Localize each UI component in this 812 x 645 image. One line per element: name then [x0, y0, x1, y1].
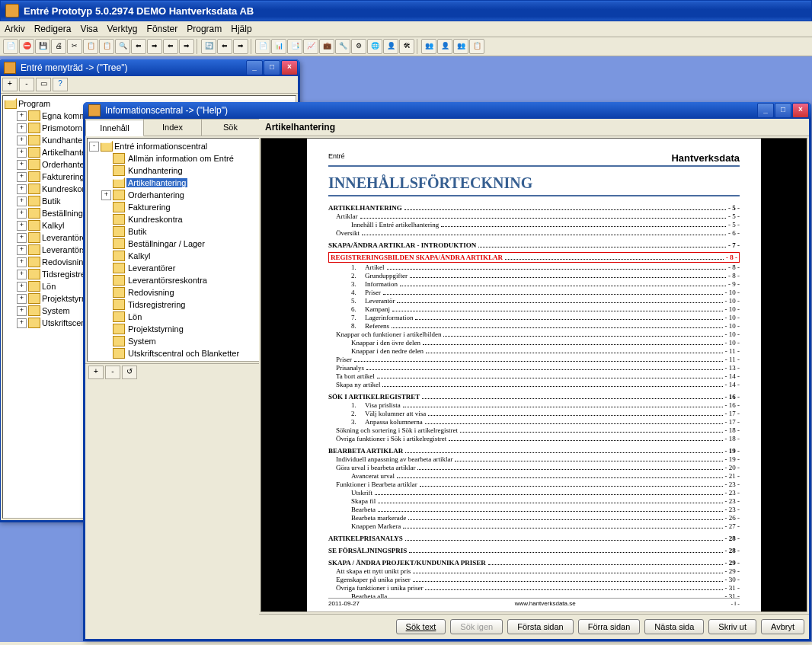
toc-entry[interactable]: Övriga funktioner i unika priser- 31 -	[328, 584, 740, 592]
help-bottom-button[interactable]: -	[105, 366, 120, 379]
nav-item[interactable]: Fakturering	[101, 201, 261, 213]
maximize-button[interactable]: □	[264, 60, 280, 75]
close-button[interactable]: ×	[792, 103, 809, 118]
help-bottom-button[interactable]: ↺	[122, 366, 137, 379]
prev-page-button[interactable]: Förra sidan	[578, 619, 641, 634]
toc-entry[interactable]: Priser- 11 -	[328, 356, 740, 363]
menu-visa[interactable]: Visa	[80, 24, 98, 34]
toc-entry[interactable]: 4.Priser- 10 -	[328, 289, 740, 296]
nav-item[interactable]: Kundhantering	[101, 164, 261, 177]
nav-item[interactable]: Redovisning	[101, 286, 261, 299]
toolbar-button[interactable]: ✂	[67, 39, 82, 54]
toolbar-button[interactable]: ⬅	[131, 39, 146, 54]
expand-all-button[interactable]: +	[2, 78, 18, 91]
toc-entry[interactable]: Avancerat urval- 21 -	[328, 472, 740, 480]
toc-entry[interactable]: Att skapa ett nytt unikt pris- 29 -	[328, 567, 740, 575]
toolbar-button[interactable]: 🛠	[399, 39, 414, 54]
toc-entry[interactable]: BEARBETA ARTIKLAR- 19 -	[328, 447, 740, 455]
search-text-button[interactable]: Sök text	[396, 619, 446, 634]
toc-entry[interactable]: Bearbeta- 23 -	[328, 506, 740, 513]
menu-hjälp[interactable]: Hjälp	[231, 24, 251, 34]
toc-entry[interactable]: 8.Referens- 10 -	[328, 322, 740, 330]
toc-entry[interactable]: Sökning och sortering i Sök i artikelreg…	[328, 426, 740, 434]
toc-entry[interactable]: Göra urval i bearbeta artiklar- 20 -	[328, 464, 740, 471]
toolbar-button[interactable]: 🖨	[51, 39, 66, 54]
toc-entry[interactable]: 1.Visa prislista- 16 -	[328, 401, 740, 409]
toc-entry[interactable]: Individuell anpassning av bearbeta artik…	[328, 455, 740, 463]
toc-entry[interactable]: Skapa fil- 23 -	[328, 497, 740, 505]
toolbar-button[interactable]: 📊	[271, 39, 286, 54]
toc-entry[interactable]: 3.Anpassa kolumnerna- 17 -	[328, 418, 740, 426]
toolbar-button[interactable]: ➡	[233, 39, 248, 54]
cancel-button[interactable]: Avbryt	[761, 619, 804, 634]
toc-entry[interactable]: Artiklar- 5 -	[328, 212, 740, 220]
toc-entry[interactable]: Översikt- 6 -	[328, 229, 740, 237]
help-tab-innehåll[interactable]: Innehåll	[85, 120, 144, 136]
toc-entry[interactable]: 5.Leverantör- 10 -	[328, 297, 740, 305]
nav-item[interactable]: Butik	[101, 225, 261, 238]
toc-entry[interactable]: 2.Grunduppgifter- 8 -	[328, 272, 740, 279]
toolbar-button[interactable]: 👤	[437, 39, 452, 54]
menu-program[interactable]: Program	[187, 24, 222, 34]
toolbar-button[interactable]: 🌐	[367, 39, 382, 54]
toc-entry[interactable]: REGISTRERINGSBILDEN SKAPA/ÄNDRA ARTIKLAR…	[328, 252, 740, 263]
toolbar-button[interactable]: 💼	[319, 39, 334, 54]
nav-item[interactable]: Leverantörsreskontra	[101, 274, 261, 286]
toc-entry[interactable]: SÖK I ARTIKELREGISTRET- 16 -	[328, 393, 740, 401]
toolbar-button[interactable]: ➡	[147, 39, 162, 54]
minimize-button[interactable]: _	[757, 103, 774, 118]
nav-item[interactable]: Lön	[101, 311, 261, 323]
toolbar-button[interactable]: 📑	[287, 39, 302, 54]
toolbar-button[interactable]: 📋	[83, 39, 98, 54]
help-tab-sök[interactable]: Sök	[201, 119, 260, 136]
toolbar-button[interactable]: 📋	[99, 39, 114, 54]
toc-entry[interactable]: Knappar och funktioner i artikelbilden- …	[328, 330, 740, 338]
toc-entry[interactable]: Knappen Markera- 27 -	[328, 522, 740, 530]
close-button[interactable]: ×	[281, 60, 298, 75]
toolbar-button[interactable]: ➡	[179, 39, 194, 54]
toolbar-button[interactable]: ⬅	[163, 39, 178, 54]
toc-entry[interactable]: 2.Välj kolumner att visa- 17 -	[328, 410, 740, 417]
toolbar-button[interactable]: ⚙	[351, 39, 366, 54]
toc-entry[interactable]: Egenskaper på unika priser- 30 -	[328, 576, 740, 583]
nav-item[interactable]: Leverantörer	[101, 262, 261, 274]
toc-entry[interactable]: 6.Kampanj- 10 -	[328, 305, 740, 313]
toc-entry[interactable]: SKAPA/ÄNDRA ARTIKLAR - INTRODUKTION- 7 -	[328, 241, 740, 249]
nav-item[interactable]: Artikelhantering	[101, 177, 261, 189]
toolbar-button[interactable]: 📋	[469, 39, 484, 54]
menu-verktyg[interactable]: Verktyg	[107, 24, 138, 34]
tree-titlebar[interactable]: Entré menyträd -> ("Tree") _ □ ×	[0, 59, 300, 76]
menu-fönster[interactable]: Fönster	[147, 24, 178, 34]
toc-entry[interactable]: Knappar i den övre delen- 10 -	[328, 339, 740, 346]
toolbar-button[interactable]: ⬅	[217, 39, 232, 54]
help-nav-tree[interactable]: -Entré informationscentralAllmän informa…	[87, 138, 264, 362]
next-page-button[interactable]: Nästa sida	[644, 619, 704, 634]
nav-item[interactable]: System	[101, 335, 261, 347]
toc-entry[interactable]: Knappar i den nedre delen- 11 -	[328, 347, 740, 355]
nav-item[interactable]: Projektstyrning	[101, 323, 261, 335]
nav-item[interactable]: Kalkyl	[101, 250, 261, 262]
toolbar-button[interactable]: 📈	[303, 39, 318, 54]
toolbar-button[interactable]: 👤	[383, 39, 398, 54]
menu-redigera[interactable]: Redigera	[34, 24, 72, 34]
toc-entry[interactable]: 3.Information- 9 -	[328, 280, 740, 288]
toolbar-button[interactable]: 📄	[255, 39, 270, 54]
nav-item[interactable]: Allmän information om Entré	[101, 152, 261, 164]
toc-entry[interactable]: Funktioner i Bearbeta artiklar- 23 -	[328, 481, 740, 488]
toc-entry[interactable]: Utskrift- 23 -	[328, 489, 740, 497]
toc-entry[interactable]: SKAPA / ÄNDRA PROJEKT/KUNDUNIKA PRISER- …	[328, 559, 740, 567]
nav-item[interactable]: Beställningar / Lager	[101, 238, 261, 250]
document-viewer[interactable]: Entré Hantverksdata INNEHÅLLSFÖRTECKNING…	[261, 138, 807, 612]
help-tab-index[interactable]: Index	[143, 119, 202, 136]
toc-entry[interactable]: Övriga funktioner i Sök i artikelregistr…	[328, 435, 740, 442]
menu-arkiv[interactable]: Arkiv	[5, 24, 25, 34]
minimize-button[interactable]: _	[246, 60, 263, 75]
toolbar-button[interactable]: 📄	[3, 39, 18, 54]
toc-entry[interactable]: 7.Lagerinformation- 10 -	[328, 314, 740, 321]
maximize-button[interactable]: □	[775, 103, 791, 118]
toc-entry[interactable]: SE FÖRSÄLJNINGSPRIS- 28 -	[328, 547, 740, 554]
toc-entry[interactable]: Skapa ny artikel- 14 -	[328, 381, 740, 388]
toc-entry[interactable]: Ta bort artikel- 14 -	[328, 372, 740, 380]
toolbar-button[interactable]: 🔧	[335, 39, 350, 54]
print-button[interactable]: Skriv ut	[708, 619, 756, 634]
